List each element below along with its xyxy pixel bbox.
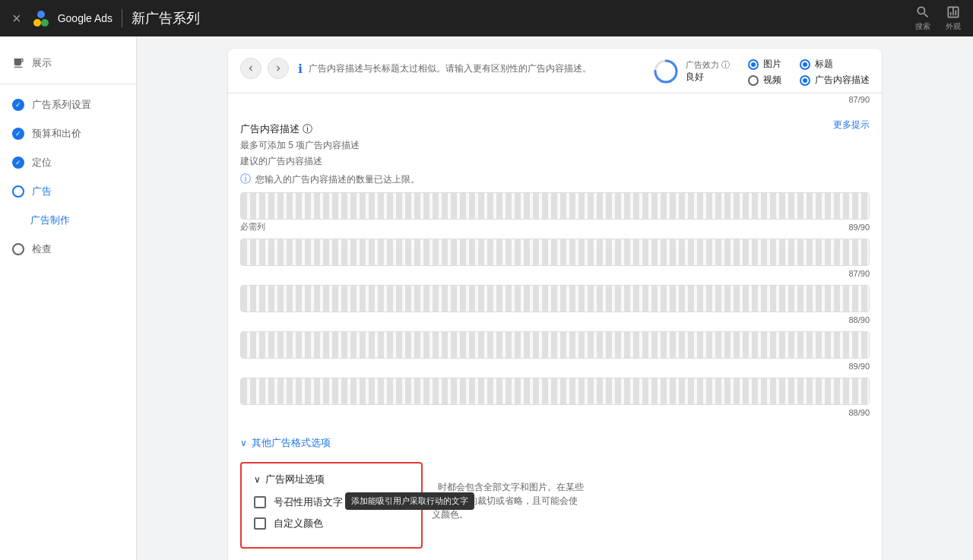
- headline-radio[interactable]: [800, 59, 810, 70]
- input-wrapper-5: 88/90: [240, 378, 870, 418]
- display-icon: [12, 57, 24, 69]
- description-sublabel: 最多可添加 5 项广告内容描述: [240, 139, 870, 152]
- sidebar-budget-label: 预算和出价: [32, 127, 81, 141]
- char-count-5: 88/90: [848, 408, 870, 417]
- callout-label: 号召性用语文字: [274, 495, 343, 509]
- effectiveness-label: 广告效力 ⓘ: [686, 59, 730, 71]
- char-count-2: 87/90: [848, 269, 870, 278]
- sidebar-item-campaign-settings[interactable]: ✓ 广告系列设置: [0, 90, 136, 119]
- external-button[interactable]: 外观: [946, 5, 961, 32]
- sidebar-item-ad-creation[interactable]: 广告制作: [0, 206, 136, 235]
- description-input-1[interactable]: [240, 192, 870, 220]
- next-arrow-icon: [273, 63, 284, 74]
- sidebar-item-review[interactable]: 检查: [0, 235, 136, 264]
- description-radio[interactable]: [800, 75, 810, 86]
- content-wrapper: ℹ 广告内容描述与长标题太过相似。请输入更有区别性的广告内容描述。: [228, 49, 882, 560]
- topbar-right: 搜索 外观: [915, 5, 961, 32]
- description-input-3[interactable]: [240, 285, 870, 312]
- url-options-title: 广告网址选项: [265, 473, 325, 486]
- topbar-left: × Google Ads 新广告系列: [12, 8, 200, 29]
- input-wrapper-1: 必需列 89/90: [240, 192, 870, 233]
- external-label: 外观: [946, 21, 961, 32]
- sidebar-item-ad[interactable]: 广告: [0, 177, 136, 206]
- search-icon: [915, 5, 930, 20]
- description-label: 广告内容描述: [815, 74, 870, 87]
- review-status: [12, 243, 24, 255]
- sidebar-campaign-settings-label: 广告系列设置: [32, 98, 91, 112]
- close-icon[interactable]: ×: [12, 10, 21, 27]
- main-content: ℹ 广告内容描述与长标题太过相似。请输入更有区别性的广告内容描述。: [137, 36, 973, 560]
- layout: 展示 ✓ 广告系列设置 ✓ 预算和出价 ✓ 定位 广告 广告制作 检查: [0, 36, 973, 560]
- top-char-count: 87/90: [240, 95, 870, 104]
- search-label: 搜索: [915, 21, 930, 32]
- sidebar-targeting-label: 定位: [32, 156, 52, 169]
- campaign-settings-status: ✓: [12, 99, 24, 111]
- sidebar-display-label: 展示: [32, 56, 52, 70]
- effectiveness-circle: [652, 58, 680, 85]
- video-label: 视频: [763, 74, 781, 87]
- nav-info-icon: ℹ: [298, 62, 303, 76]
- ad-status: [12, 185, 24, 198]
- sidebar-item-targeting[interactable]: ✓ 定位: [0, 148, 136, 177]
- side-description: 时都会包含全部文字和图片。在某些一定程度的裁切或省略，且可能会使义颜色。: [432, 456, 584, 521]
- page-title: 新广告系列: [132, 9, 200, 27]
- image-label: 图片: [763, 58, 781, 71]
- warning-text: 广告内容描述与长标题太过相似。请输入更有区别性的广告内容描述。: [309, 62, 640, 75]
- topbar-divider: [122, 9, 122, 27]
- sidebar-ad-label: 广告: [32, 185, 52, 198]
- logo: Google Ads: [30, 8, 113, 29]
- other-formats-title: 其他广告格式选项: [252, 436, 331, 450]
- other-formats-section: ∨ 其他广告格式选项 ∨ 广告网址选项: [240, 430, 870, 549]
- sidebar-item-budget[interactable]: ✓ 预算和出价: [0, 119, 136, 148]
- sidebar-divider-1: [0, 84, 136, 84]
- headline-label: 标题: [815, 58, 833, 71]
- callout-checkbox-row[interactable]: 号召性用语文字 添加能吸引用户采取行动的文字: [254, 495, 409, 509]
- input-wrapper-3: 88/90: [240, 285, 870, 325]
- brand-name: Google Ads: [58, 12, 113, 24]
- callout-checkbox[interactable]: [254, 496, 266, 508]
- url-options-chevron-icon: ∨: [254, 474, 261, 485]
- prev-button[interactable]: [240, 58, 261, 79]
- search-button[interactable]: 搜索: [915, 5, 930, 32]
- custom-color-checkbox-row[interactable]: 自定义颜色: [254, 517, 409, 530]
- description-input-2[interactable]: [240, 239, 870, 266]
- svg-point-2: [37, 11, 45, 18]
- char-count-1: 89/90: [848, 223, 870, 233]
- more-tips-link[interactable]: 更多提示: [833, 119, 870, 131]
- next-button[interactable]: [268, 58, 289, 79]
- budget-status: ✓: [12, 128, 24, 140]
- sidebar-review-label: 检查: [32, 242, 52, 256]
- collapse-chevron-icon: ∨: [240, 438, 247, 448]
- custom-color-checkbox[interactable]: [254, 517, 266, 530]
- required-label-1: 必需列: [240, 221, 265, 233]
- topbar: × Google Ads 新广告系列 搜索 外观: [0, 0, 973, 36]
- input-wrapper-2: 87/90: [240, 239, 870, 279]
- char-count-4: 89/90: [848, 362, 870, 371]
- description-input-5[interactable]: [240, 378, 870, 405]
- svg-point-0: [33, 19, 41, 27]
- video-radio[interactable]: [748, 75, 759, 86]
- targeting-status: ✓: [12, 157, 24, 169]
- prev-arrow-icon: [246, 63, 256, 74]
- char-count-3: 88/90: [848, 315, 870, 324]
- external-icon: [946, 5, 961, 20]
- svg-point-1: [41, 19, 49, 27]
- description-section-title: 广告内容描述 ⓘ: [240, 122, 312, 136]
- limit-info-icon: ⓘ: [240, 172, 251, 186]
- other-formats-header[interactable]: ∨ 其他广告格式选项: [240, 430, 870, 456]
- sidebar-ad-creation-label: 广告制作: [30, 214, 70, 227]
- custom-color-label: 自定义颜色: [274, 517, 323, 530]
- url-options-header: ∨ 广告网址选项: [254, 473, 409, 486]
- suggestion-label: 建议的广告内容描述: [240, 155, 870, 168]
- limit-info-row: ⓘ 您输入的广告内容描述的数量已达上限。: [240, 172, 870, 186]
- description-input-4[interactable]: [240, 331, 870, 359]
- callout-tooltip: 添加能吸引用户采取行动的文字: [345, 492, 474, 510]
- limit-info-text: 您输入的广告内容描述的数量已达上限。: [255, 173, 420, 186]
- sidebar-item-display[interactable]: 展示: [0, 49, 136, 78]
- url-options-box: ∨ 广告网址选项 号召性用语文字 添加能吸引用户采取行动的文字: [240, 462, 423, 549]
- effectiveness-value: 良好: [686, 71, 730, 84]
- action-row: 制作广告 取消: [240, 549, 870, 560]
- form-area: 87/90 广告内容描述 ⓘ 更多提示 最多可添加 5 项广告内容描述 建议的广…: [228, 95, 882, 560]
- image-radio[interactable]: [748, 59, 759, 70]
- google-ads-logo: [30, 8, 52, 29]
